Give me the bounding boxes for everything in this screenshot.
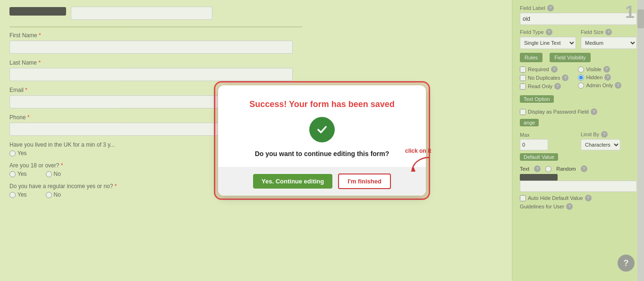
modal-title: Success! Your form has been saved: [237, 99, 407, 109]
modal-footer: Yes. Continue editing I'm finished click…: [218, 167, 426, 196]
annotation-arrow-icon: [410, 155, 433, 174]
click-annotation: click on it: [405, 148, 433, 174]
modal-box: Success! Your form has been saved Do you…: [218, 85, 426, 196]
modal-question: Do you want to continue editing this for…: [237, 150, 407, 157]
modal-overlay: Success! Your form has been saved Do you…: [0, 0, 644, 281]
finished-button-wrapper: I'm finished click on it: [338, 174, 391, 189]
continue-editing-button[interactable]: Yes. Continue editing: [253, 174, 332, 189]
finished-button[interactable]: I'm finished: [338, 174, 391, 189]
modal-highlight: Success! Your form has been saved Do you…: [214, 81, 430, 200]
annotation-text: click on it: [405, 148, 431, 154]
page-wrapper: First Name * Last Name * Email * Phone: [0, 0, 644, 281]
modal-check-icon: [309, 117, 335, 142]
